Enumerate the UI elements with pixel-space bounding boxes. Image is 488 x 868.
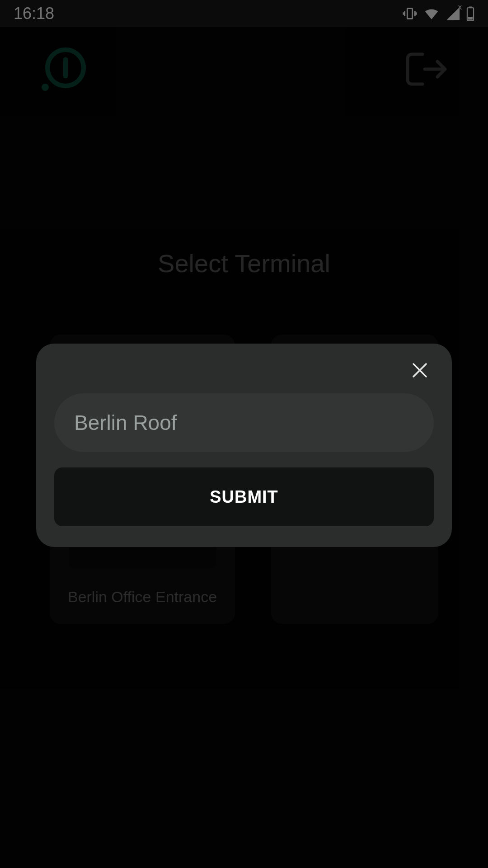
- screen-root: 16:18 x: [0, 0, 488, 868]
- submit-button[interactable]: SUBMIT: [54, 467, 434, 526]
- terminal-name-input[interactable]: [54, 393, 434, 452]
- name-terminal-modal: SUBMIT: [36, 344, 452, 547]
- close-button[interactable]: [408, 360, 431, 382]
- close-icon: [411, 361, 429, 381]
